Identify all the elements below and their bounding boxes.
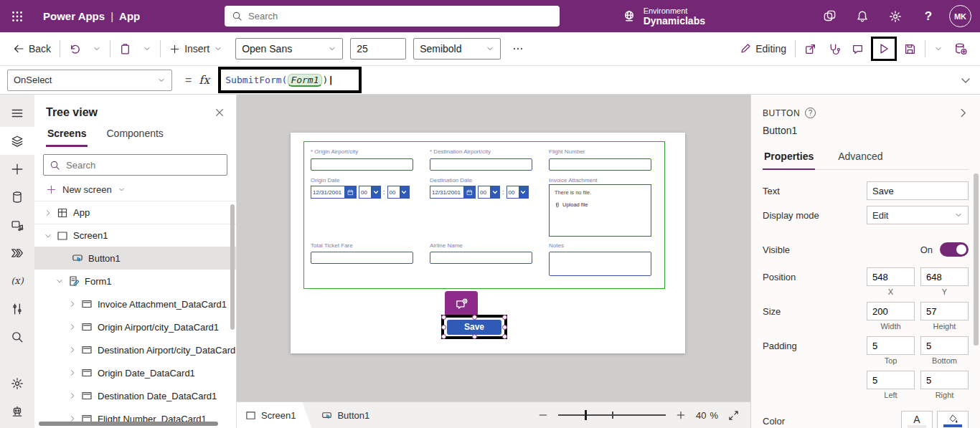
paste-button[interactable]	[113, 37, 137, 60]
airline-name-input[interactable]	[430, 252, 532, 264]
settings-button[interactable]	[879, 0, 912, 32]
fill-color-button[interactable]	[937, 411, 969, 428]
display-mode-dropdown[interactable]: Edit	[867, 206, 969, 224]
position-y-input[interactable]	[920, 267, 969, 286]
tree-item-datacard[interactable]: Origin Date_DataCard1	[34, 361, 236, 384]
font-color-button[interactable]: A	[901, 411, 933, 428]
size-height-input[interactable]	[920, 302, 969, 320]
tree-item-button1[interactable]: Button1	[34, 247, 236, 270]
notifications-button[interactable]	[846, 0, 879, 32]
destination-date-input[interactable]: 12/31/2001	[430, 186, 476, 199]
padding-top-input[interactable]	[867, 336, 915, 355]
destination-minute-dropdown[interactable]: 00	[507, 186, 529, 199]
tree-search[interactable]	[43, 154, 227, 176]
selection-handle[interactable]	[472, 315, 477, 320]
undo-menu-chevron[interactable]	[87, 37, 107, 60]
rail-variables-button[interactable]: (x)	[0, 267, 34, 295]
comments-button[interactable]	[846, 37, 870, 60]
font-size-input[interactable]: 25	[350, 38, 406, 60]
tab-properties[interactable]: Properties	[763, 148, 815, 170]
invoice-attachment-control[interactable]: There is no file. Upload file	[549, 184, 651, 237]
fit-to-screen-icon[interactable]	[728, 410, 739, 421]
notes-textarea[interactable]	[549, 252, 651, 276]
tree-item-datacard[interactable]: Origin Airport/city_DataCard1	[34, 315, 236, 338]
tree-vertical-scrollbar[interactable]	[230, 204, 235, 330]
save-menu-chevron[interactable]	[928, 37, 948, 60]
formula-token-form1[interactable]: Form1	[288, 74, 321, 87]
waffle-menu-button[interactable]	[0, 0, 34, 32]
global-search-input[interactable]	[248, 11, 552, 22]
size-width-input[interactable]	[867, 302, 915, 320]
rail-insert-button[interactable]	[0, 155, 34, 183]
editing-mode-button[interactable]: Editing	[734, 37, 792, 60]
flight-number-input[interactable]	[549, 158, 651, 171]
breadcrumb-screen1[interactable]: Screen1	[237, 402, 311, 428]
share-button[interactable]	[798, 37, 822, 60]
insert-button[interactable]: Insert	[164, 37, 228, 60]
padding-bottom-input[interactable]	[920, 336, 969, 355]
add-comment-pin[interactable]	[445, 291, 478, 318]
font-family-dropdown[interactable]: Open Sans	[235, 38, 343, 60]
tree-horizontal-scrollbar[interactable]	[39, 422, 218, 426]
zoom-in-icon[interactable]	[676, 410, 686, 420]
preview-app-button[interactable]	[877, 37, 890, 60]
rail-virtual-agent-button[interactable]	[0, 397, 34, 425]
origin-airport-input[interactable]	[311, 158, 413, 171]
rail-settings-button[interactable]	[0, 369, 34, 397]
formula-input[interactable]: SubmitForm(Form1)|	[218, 67, 362, 93]
product-name[interactable]: Power Apps	[43, 10, 105, 22]
back-button[interactable]: Back	[7, 37, 57, 60]
padding-left-input[interactable]	[867, 371, 915, 389]
rail-collapse-button[interactable]	[0, 99, 34, 127]
more-commands-button[interactable]	[507, 37, 529, 60]
tab-advanced[interactable]: Advanced	[837, 148, 884, 169]
save-app-button[interactable]	[898, 37, 922, 60]
selection-handle[interactable]	[441, 325, 446, 330]
rail-media-button[interactable]	[0, 211, 34, 239]
text-property-input[interactable]	[867, 181, 969, 200]
selection-handle[interactable]	[441, 315, 446, 320]
upload-file-button[interactable]: Upload file	[555, 201, 588, 208]
origin-hour-dropdown[interactable]: 00	[359, 186, 381, 199]
formula-bar-expand-button[interactable]	[960, 75, 971, 86]
tree-item-screen1[interactable]: Screen1	[34, 224, 236, 247]
help-button[interactable]: ?	[912, 0, 945, 32]
padding-right-input[interactable]	[920, 371, 969, 389]
undo-button[interactable]	[63, 37, 87, 60]
selection-handle[interactable]	[472, 334, 477, 339]
tab-components[interactable]: Components	[105, 125, 164, 147]
selection-handle[interactable]	[502, 315, 507, 320]
property-selector[interactable]: OnSelect	[7, 70, 172, 91]
rail-power-automate-button[interactable]	[0, 239, 34, 267]
origin-date-input[interactable]: 12/31/2001	[311, 186, 357, 199]
zoom-slider-handle[interactable]	[585, 410, 587, 420]
destination-hour-dropdown[interactable]: 00	[478, 186, 500, 199]
copilot-button[interactable]	[813, 0, 846, 32]
position-x-input[interactable]	[867, 267, 915, 286]
app-checker-button[interactable]	[822, 37, 846, 60]
paste-menu-chevron[interactable]	[137, 37, 157, 60]
total-ticket-fare-input[interactable]	[311, 252, 413, 264]
rail-search-button[interactable]	[0, 323, 34, 351]
properties-scrollbar[interactable]	[974, 173, 979, 346]
tree-item-datacard[interactable]: Destination Date_DataCard1	[34, 384, 236, 407]
selection-handle[interactable]	[441, 334, 446, 339]
selection-handle[interactable]	[502, 334, 507, 339]
rail-tree-view-button[interactable]	[0, 127, 34, 155]
breadcrumb-button1[interactable]: Button1	[311, 410, 380, 421]
tree-search-input[interactable]	[66, 160, 221, 171]
publish-button[interactable]	[948, 37, 973, 60]
tree-item-form1[interactable]: Form1	[34, 270, 236, 293]
screen-artboard[interactable]: * Origin Airport/city * Destination Airp…	[291, 133, 685, 353]
selection-handle[interactable]	[502, 325, 507, 330]
calendar-icon[interactable]	[344, 186, 356, 198]
help-circle-icon[interactable]: ?	[805, 108, 816, 118]
new-screen-button[interactable]: New screen	[34, 179, 236, 201]
rail-advanced-tools-button[interactable]	[0, 295, 34, 323]
zoom-percentage[interactable]: 40%	[696, 410, 718, 421]
canvas-save-button[interactable]: Save	[447, 320, 501, 335]
visible-toggle[interactable]	[940, 242, 969, 257]
tree-item-datacard[interactable]: Destination Airport/city_DataCard1	[34, 338, 236, 361]
zoom-out-icon[interactable]	[538, 410, 548, 420]
calendar-icon[interactable]	[463, 186, 475, 198]
